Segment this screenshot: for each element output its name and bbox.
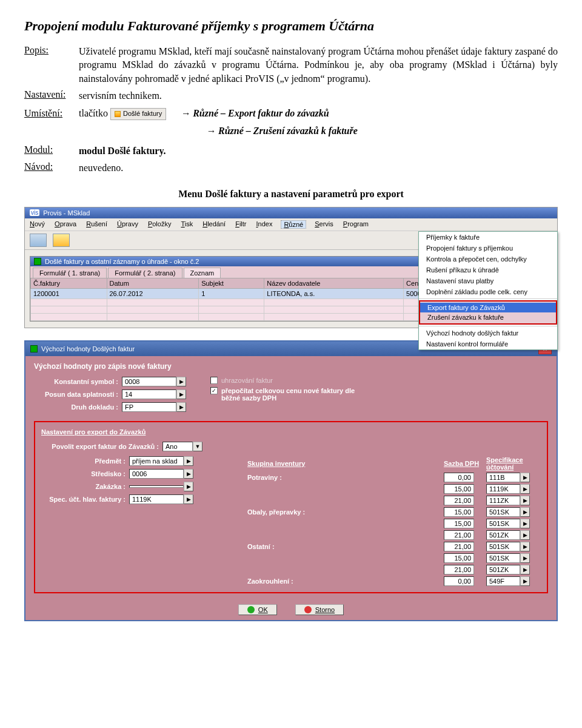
chevron-down-icon[interactable] — [193, 442, 202, 451]
chevron-right-icon[interactable]: ▶ — [520, 565, 530, 575]
text-umisteni: tlačítko Došlé faktury → Různé – Export … — [79, 107, 558, 120]
chevron-right-icon[interactable]: ▶ — [520, 507, 530, 517]
menu-nový[interactable]: Nový — [28, 220, 46, 229]
chk-prepocitat[interactable] — [210, 387, 218, 394]
app-icon: vis — [30, 209, 39, 216]
tab[interactable]: Zoznam — [184, 268, 221, 278]
menu-item[interactable]: Kontrola a přepočet cen, odchylky — [419, 254, 557, 265]
menu-index[interactable]: Index — [255, 220, 273, 229]
chevron-right-icon[interactable] — [184, 456, 193, 466]
menu-item[interactable]: Doplnění základu podle celk. ceny — [419, 286, 557, 297]
menu-hledání[interactable]: Hledání — [201, 220, 227, 229]
sazba-input[interactable]: 21,00 — [444, 565, 474, 575]
inv-row-label: Ostatní : — [247, 543, 438, 550]
sazba-input[interactable]: 15,00 — [444, 553, 474, 563]
chevron-right-icon[interactable]: ▶ — [520, 519, 530, 528]
menu-item[interactable]: Rušení příkazu k úhradě — [419, 265, 557, 275]
chevron-right-icon[interactable] — [184, 482, 193, 491]
ok-button[interactable]: OK — [238, 604, 277, 615]
sazba-input[interactable]: 15,00 — [444, 507, 474, 517]
chevron-right-icon[interactable]: ▶ — [520, 576, 530, 586]
cell: 1 — [199, 288, 264, 298]
menu-item[interactable]: Nastavení stavu platby — [419, 275, 557, 286]
export-settings-title: Nastavení pro export do Závazků — [41, 428, 541, 436]
spec-input[interactable]: 501ZK — [486, 530, 520, 540]
inv-row-label: Obaly, přepravky : — [247, 508, 438, 516]
dialog: Výchozí hodnoty Došlých faktur × Výchozí… — [24, 340, 558, 621]
menu-ruzne-dropdown[interactable]: Příjemky k faktuřePropojení faktury s př… — [418, 231, 558, 350]
input-picker[interactable]: 0008 — [122, 377, 186, 386]
menu-servis[interactable]: Servis — [313, 220, 335, 229]
spec-input[interactable]: 501SK — [486, 553, 520, 563]
menu-tisk[interactable]: Tisk — [179, 220, 194, 229]
input-picker[interactable]: příjem na sklad — [129, 456, 193, 466]
menu-item[interactable]: Propojení faktury s příjemkou — [419, 243, 557, 254]
chevron-right-icon[interactable]: ▶ — [520, 542, 530, 551]
col-header[interactable]: Subjekt — [199, 278, 264, 288]
spec-input[interactable]: 501SK — [486, 519, 520, 528]
spec-input[interactable]: 501ZK — [486, 565, 520, 575]
subwindow-icon — [34, 258, 41, 265]
chk-uhrazovani[interactable] — [210, 377, 218, 384]
toolbar-icon-1[interactable] — [30, 234, 47, 247]
menu-úpravy[interactable]: Úpravy — [116, 220, 139, 229]
tab[interactable]: Formulář ( 1. strana) — [33, 268, 107, 278]
chevron-right-icon[interactable]: ▶ — [520, 530, 530, 540]
menu-různé[interactable]: Různé — [281, 220, 306, 229]
chevron-right-icon[interactable]: ▶ — [520, 473, 530, 482]
menu-filtr[interactable]: Filtr — [234, 220, 247, 229]
sazba-input[interactable]: 15,00 — [444, 519, 474, 528]
spec-input[interactable]: 111ZK — [486, 496, 520, 505]
chevron-right-icon[interactable]: ▶ — [520, 496, 530, 505]
sazba-input[interactable]: 21,00 — [444, 496, 474, 505]
app-title-text: Provis - MSklad — [43, 209, 90, 217]
chevron-right-icon[interactable] — [176, 402, 186, 412]
menu-oprava[interactable]: Oprava — [53, 220, 78, 229]
spec-input[interactable]: 111B — [486, 473, 520, 482]
povolit-select[interactable]: Ano — [162, 442, 202, 451]
chevron-right-icon[interactable] — [176, 377, 186, 386]
chevron-right-icon[interactable] — [184, 469, 193, 479]
text-navod: neuvedeno. — [79, 161, 558, 175]
sazba-input[interactable]: 0,00 — [444, 576, 474, 586]
menu-item[interactable]: Výchozí hodnoty došlých faktur — [419, 328, 557, 339]
menu-item[interactable]: Příjemky k faktuře — [419, 232, 557, 243]
chevron-right-icon[interactable]: ▶ — [520, 484, 530, 494]
chevron-right-icon[interactable] — [184, 494, 193, 504]
sazba-input[interactable]: 21,00 — [444, 542, 474, 551]
chevron-right-icon[interactable] — [176, 389, 186, 399]
menu-program[interactable]: Program — [342, 220, 370, 229]
spec-input[interactable]: 501SK — [486, 507, 520, 517]
field-value: FP — [122, 402, 176, 412]
menu-rušení[interactable]: Rušení — [85, 220, 109, 229]
col-header[interactable]: Č.faktury — [31, 278, 107, 288]
input-picker[interactable]: 0006 — [129, 469, 193, 479]
spec-input[interactable]: 501SK — [486, 542, 520, 551]
spec-input[interactable]: 549F — [486, 576, 520, 586]
spec-input[interactable]: 1119K — [486, 484, 520, 494]
tab[interactable]: Formulář ( 2. strana) — [108, 268, 182, 278]
sazba-input[interactable]: 15,00 — [444, 484, 474, 494]
toolbar-icon-2[interactable] — [53, 234, 70, 247]
dosle-faktury-button[interactable]: Došlé faktury — [110, 108, 166, 120]
sazba-input[interactable]: 21,00 — [444, 530, 474, 540]
sazba-input[interactable]: 0,00 — [444, 473, 474, 482]
input-picker[interactable] — [129, 482, 193, 491]
menu-položky[interactable]: Položky — [147, 220, 173, 229]
input-picker[interactable]: 1119K — [129, 494, 193, 504]
menu-item[interactable]: Export faktury do Závazků — [420, 303, 556, 312]
input-picker[interactable]: FP — [122, 402, 186, 412]
chevron-right-icon[interactable]: ▶ — [520, 553, 530, 563]
menubar[interactable]: NovýOpravaRušeníÚpravyPoložkyTiskHledání… — [25, 218, 557, 231]
menu-item[interactable]: Nastavení kontrol formuláře — [419, 339, 557, 349]
field-label: Zakázka : — [41, 483, 129, 490]
cancel-button[interactable]: Storno — [295, 604, 344, 615]
menu-item[interactable]: Zrušení závazku k faktuře — [420, 312, 556, 322]
col-header[interactable]: Datum — [107, 278, 199, 288]
field-value: 0006 — [129, 469, 184, 479]
field-label: Konstantní symbol : — [34, 378, 122, 385]
col-header[interactable]: Název dodavatele — [264, 278, 404, 288]
inv-header: Specifikace účtování — [486, 456, 541, 471]
text-modul: modul Došlé faktury. — [79, 144, 558, 158]
input-picker[interactable]: 14 — [122, 389, 186, 399]
